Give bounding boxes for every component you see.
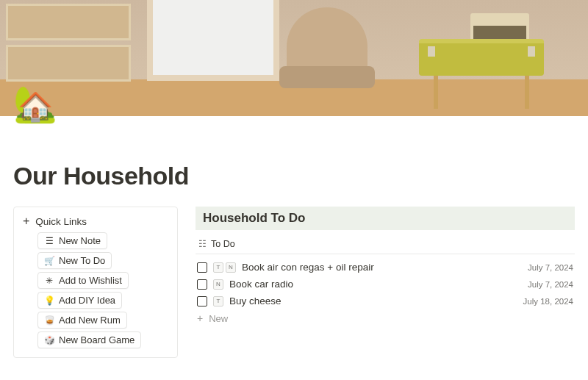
new-label: New: [209, 313, 228, 324]
tag: T: [213, 262, 223, 273]
todo-tags: T: [213, 296, 223, 306]
quick-links-header[interactable]: + Quick Links: [23, 215, 168, 228]
cover-image: [0, 0, 588, 116]
checkbox[interactable]: [197, 296, 207, 306]
todo-tags: N: [213, 279, 223, 290]
checkbox[interactable]: [197, 279, 207, 290]
quick-link-button[interactable]: 🛒New To Do: [37, 252, 112, 269]
quick-link-button[interactable]: ✳Add to Wishlist: [37, 272, 129, 289]
todo-date: July 7, 2024: [528, 263, 573, 272]
quick-link-icon: 🎲: [44, 335, 54, 345]
quick-link-label: New Board Game: [59, 334, 135, 345]
page-title[interactable]: Our Household: [13, 162, 575, 190]
todo-title: Book air con regas + oil repair: [242, 262, 522, 273]
quick-link-button[interactable]: ☰New Note: [37, 232, 107, 249]
quick-link-icon: 🛒: [44, 256, 54, 266]
quick-link-button[interactable]: 🥃Add New Rum: [37, 312, 127, 329]
view-tab-label: To Do: [211, 239, 235, 249]
quick-links-block: + Quick Links ☰New Note🛒New To Do✳Add to…: [13, 207, 178, 358]
quick-link-label: Add DIY Idea: [59, 295, 115, 306]
tag: T: [213, 296, 223, 306]
list-icon: ☷: [198, 239, 207, 249]
view-tab-todo[interactable]: ☷ To Do: [196, 234, 575, 254]
page-icon[interactable]: 🏡: [13, 87, 57, 122]
tag: N: [226, 262, 236, 273]
plus-icon: +: [197, 312, 203, 324]
quick-link-icon: ☰: [44, 236, 54, 246]
todo-tags: TN: [213, 262, 236, 273]
add-new-todo[interactable]: + New: [196, 309, 575, 327]
quick-link-icon: ✳: [44, 276, 54, 286]
plus-icon: +: [23, 215, 29, 228]
todo-row[interactable]: NBook car radioJuly 7, 2024: [196, 276, 575, 293]
todo-row[interactable]: TNBook air con regas + oil repairJuly 7,…: [196, 259, 575, 276]
quick-link-icon: 🥃: [44, 315, 54, 326]
quick-link-label: Add New Rum: [59, 315, 121, 326]
quick-link-button[interactable]: 💡Add DIY Idea: [37, 292, 122, 309]
checkbox[interactable]: [197, 262, 207, 273]
tag: N: [213, 279, 223, 290]
todo-row[interactable]: TBuy cheeseJuly 18, 2024: [196, 293, 575, 309]
quick-link-button[interactable]: 🎲New Board Game: [37, 331, 141, 348]
quick-links-label: Quick Links: [35, 216, 87, 227]
todo-date: July 7, 2024: [528, 280, 573, 289]
todo-date: July 18, 2024: [523, 297, 573, 306]
quick-link-label: New To Do: [59, 255, 105, 266]
quick-link-icon: 💡: [44, 295, 54, 306]
todo-title: Buy cheese: [229, 295, 517, 306]
todo-title: Book car radio: [229, 279, 522, 290]
quick-link-label: Add to Wishlist: [59, 275, 122, 286]
section-title[interactable]: Household To Do: [196, 207, 575, 230]
quick-link-label: New Note: [59, 235, 101, 246]
